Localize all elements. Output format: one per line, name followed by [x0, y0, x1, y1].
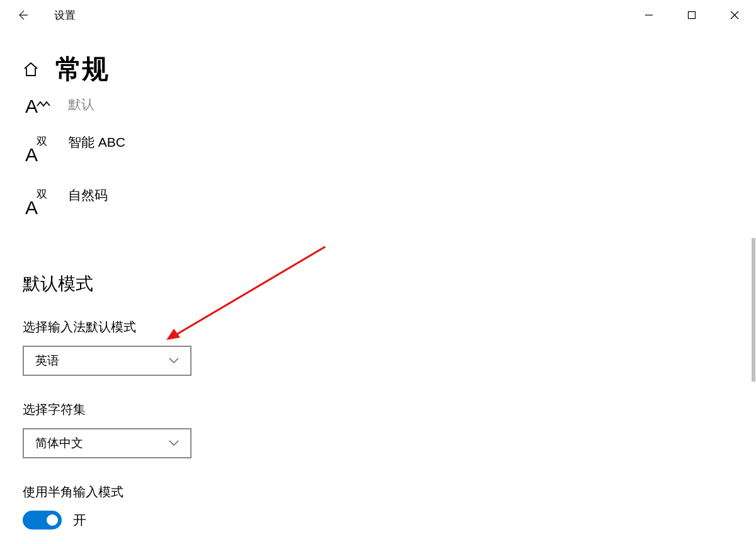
scrollbar-thumb[interactable] [752, 238, 755, 382]
ime-item-nature[interactable]: A双 自然码 [25, 175, 756, 228]
dropdown-value: 简体中文 [35, 435, 83, 451]
home-button[interactable] [23, 61, 39, 77]
maximize-icon [687, 11, 696, 20]
ime-icon: A双 [25, 138, 54, 159]
ime-label: 自然码 [68, 186, 108, 204]
maximize-button[interactable] [670, 0, 713, 30]
ime-item-abc[interactable]: A双 智能 ABC [25, 122, 756, 175]
charset-label: 选择字符集 [23, 401, 756, 418]
ime-list: A 默认 A双 智能 ABC A双 自然码 [23, 96, 756, 228]
back-button[interactable] [15, 8, 30, 23]
home-icon [23, 61, 39, 77]
toggle-state-label: 开 [73, 511, 86, 529]
section-title-default-mode: 默认模式 [23, 272, 756, 296]
chevron-down-icon [169, 358, 179, 364]
title-bar-left: 设置 [15, 8, 76, 23]
ime-label: 默认 [68, 96, 94, 113]
dropdown-value: 英语 [35, 353, 59, 369]
ime-icon: A双 [25, 191, 54, 212]
input-mode-label: 选择输入法默认模式 [23, 319, 756, 336]
ime-label: 智能 ABC [68, 133, 125, 151]
charset-dropdown[interactable]: 简体中文 [23, 428, 192, 458]
ime-icon: A [25, 96, 54, 117]
halfwidth-toggle[interactable] [23, 511, 62, 530]
page-title: 常规 [55, 52, 108, 87]
input-mode-dropdown[interactable]: 英语 [23, 346, 192, 376]
back-arrow-icon [16, 9, 29, 21]
ime-item-default[interactable]: A 默认 [25, 96, 756, 122]
minimize-button[interactable] [627, 0, 670, 30]
minimize-icon [644, 11, 653, 20]
halfwidth-label: 使用半角输入模式 [23, 484, 756, 501]
svg-rect-1 [689, 12, 696, 19]
title-bar: 设置 [0, 0, 756, 30]
toggle-thumb [47, 514, 58, 526]
window-title: 设置 [54, 8, 76, 23]
window-controls [627, 0, 756, 30]
main-content: 常规 A 默认 A双 智能 ABC A双 自然码 默认模式 选择输入法默认模式 … [0, 30, 756, 544]
close-icon [730, 11, 739, 20]
page-header: 常规 [23, 52, 756, 87]
close-button[interactable] [713, 0, 756, 30]
halfwidth-toggle-row: 开 [23, 511, 756, 530]
chevron-down-icon [169, 440, 179, 446]
